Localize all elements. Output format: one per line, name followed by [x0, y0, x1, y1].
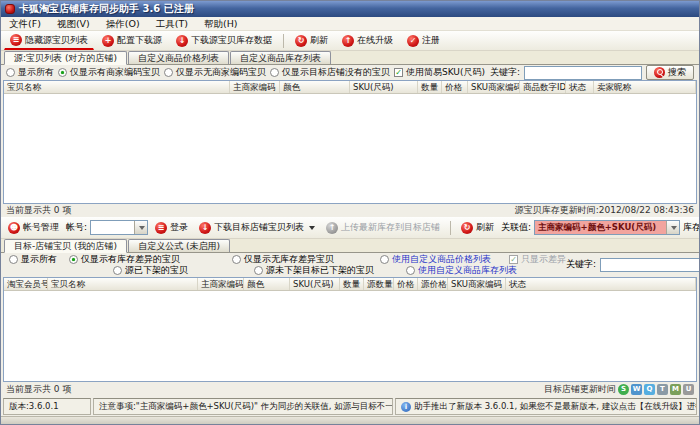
col-item-name[interactable]: 宝贝名称 — [48, 278, 198, 290]
col-main-merchant-code[interactable]: 主商家编码 — [198, 278, 244, 290]
info-icon: i — [401, 402, 411, 412]
radio-icon — [113, 266, 122, 275]
radio-icon — [270, 68, 279, 77]
hide-source-list-button[interactable]: ≡ 隐藏源宝贝列表 — [4, 32, 94, 50]
col-quantity[interactable]: 数量 — [418, 81, 442, 93]
refresh-icon: ↻ — [461, 222, 473, 234]
account-combobox[interactable] — [90, 220, 148, 235]
col-source-quantity[interactable]: 源数量 — [364, 278, 394, 290]
tab-custom-price-list[interactable]: 自定义商品价格列表 — [128, 51, 229, 64]
target-status-right: 目标店铺更新时间 S W Q T M U — [544, 383, 694, 396]
radio-show-all[interactable]: 显示所有 — [6, 66, 54, 79]
login-button[interactable]: ≡ 登录 — [151, 219, 192, 237]
tab-source-item-list[interactable]: 源:宝贝列表 (对方的店铺) — [4, 51, 127, 65]
upload-latest-stock-button[interactable]: ↑ 上传最新库存到目标店铺 — [322, 219, 444, 237]
configure-download-source-button[interactable]: + 配置下载源 — [96, 32, 168, 50]
account-icon: ☻ — [8, 222, 20, 234]
wrench-icon[interactable]: U — [683, 384, 694, 395]
col-status[interactable]: 状态 — [506, 278, 696, 290]
col-sku-size[interactable]: SKU(尺码) — [290, 278, 340, 290]
target-keyword-block: 关键字: 搜索 — [566, 257, 700, 272]
radio-only-missing-in-target[interactable]: 仅显示目标店铺没有的宝贝 — [270, 66, 390, 79]
relation-combobox[interactable]: 主商家编码+颜色+SKU(尺码) — [534, 220, 680, 235]
download-source-stock-button[interactable]: ↓ 下载源宝贝库存数据 — [170, 32, 278, 50]
radio-source-delisted[interactable]: 源已下架的宝贝 — [113, 264, 188, 277]
col-price[interactable]: 价格 — [442, 81, 468, 93]
source-table-body[interactable] — [4, 94, 696, 203]
radio-icon — [164, 68, 173, 77]
checkbox-simple-sku[interactable]: 使用简易SKU(尺码) — [394, 66, 485, 79]
source-filter-row: 显示所有 仅显示有商家编码宝贝 仅显示无商家编码宝贝 仅显示目标店铺没有的宝贝 … — [1, 65, 699, 80]
qq-icon[interactable]: Q — [644, 384, 655, 395]
target-status-row: 当前显示共 0 项 目标店铺更新时间 S W Q T M U — [1, 382, 699, 396]
checkbox-icon — [394, 68, 403, 77]
chevron-down-icon — [309, 226, 315, 230]
target-filter-row-2: 源已下架的宝贝 源未下架目标已下架的宝贝 使用自定义商品库存列表 — [1, 265, 566, 276]
source-count-text: 当前显示共 0 项 — [6, 204, 71, 217]
col-sku-merchant-code[interactable]: SKU商家编码 — [448, 278, 506, 290]
wangwang-icon[interactable]: W — [631, 384, 642, 395]
menu-operate[interactable]: 操作(O) — [98, 17, 148, 31]
col-seller-nick[interactable]: 卖家昵称 — [594, 81, 696, 93]
menu-tools[interactable]: 工具(T) — [148, 17, 196, 31]
radio-icon — [254, 266, 263, 275]
download-target-icon: ↓ — [199, 222, 211, 234]
upload-icon: ↑ — [326, 222, 338, 234]
search-icon — [654, 67, 665, 78]
tab-custom-stock-list[interactable]: 自定义商品库存列表 — [230, 51, 331, 64]
col-item-numeric-id[interactable]: 商品数字ID — [520, 81, 566, 93]
mail-icon[interactable]: M — [670, 384, 681, 395]
col-sku-merchant-code[interactable]: SKU商家编码 — [468, 81, 520, 93]
radio-icon — [380, 255, 389, 264]
target-refresh-button[interactable]: ↻ 刷新 — [457, 219, 498, 237]
online-upgrade-button[interactable]: ↑ 在线升级 — [336, 32, 399, 50]
col-status[interactable]: 状态 — [566, 81, 594, 93]
radio-source-listed-target-delisted[interactable]: 源未下架目标已下架的宝贝 — [254, 264, 374, 277]
radio-icon-selected — [69, 255, 78, 264]
toolbar-separator — [283, 34, 284, 48]
account-manage-button[interactable]: ☻ 帐号管理 — [4, 219, 63, 237]
tool-icon[interactable]: T — [657, 384, 668, 395]
target-keyword-input[interactable] — [600, 258, 700, 272]
col-source-price[interactable]: 源价格 — [418, 278, 448, 290]
keyword-label: 关键字: — [490, 66, 520, 79]
account-dropdown-button[interactable] — [134, 221, 147, 234]
col-main-merchant-code[interactable]: 主商家编码 — [230, 81, 280, 93]
col-taobao-member[interactable]: 淘宝会员号 — [4, 278, 48, 290]
toolbar-separator — [450, 221, 451, 235]
col-quantity[interactable]: 数量 — [340, 278, 364, 290]
source-status-row: 当前显示共 0 项 源宝贝库存更新时间:2012/08/22 08:43:36 — [1, 204, 699, 217]
relation-dropdown-button[interactable] — [666, 221, 679, 234]
radio-icon — [406, 266, 415, 275]
source-keyword-input[interactable] — [524, 66, 642, 80]
target-update-time: 目标店铺更新时间 — [544, 383, 616, 396]
col-price[interactable]: 价格 — [394, 278, 418, 290]
menu-file[interactable]: 文件(F) — [1, 17, 49, 31]
source-update-time: 源宝贝库存更新时间:2012/08/22 08:43:36 — [515, 204, 694, 217]
radio-only-with-merchant-code[interactable]: 仅显示有商家编码宝贝 — [58, 66, 160, 79]
refresh-button[interactable]: ↻ 刷新 — [289, 32, 334, 50]
tab-custom-formula[interactable]: 自定义公式 (未启用) — [128, 239, 230, 252]
app-icon — [5, 4, 15, 14]
refresh-icon: ↻ — [295, 35, 307, 47]
download-target-list-button[interactable]: ↓ 下载目标店铺宝贝列表 — [195, 219, 319, 237]
source-tab-strip: 源:宝贝列表 (对方的店铺) 自定义商品价格列表 自定义商品库存列表 — [1, 51, 699, 65]
col-color[interactable]: 颜色 — [280, 81, 350, 93]
col-color[interactable]: 颜色 — [244, 278, 290, 290]
chevron-down-icon — [139, 226, 145, 230]
tab-target-items[interactable]: 目标-店铺宝贝 (我的店铺) — [4, 239, 127, 253]
menu-help[interactable]: 帮助(H) — [196, 17, 246, 31]
keyword-label: 关键字: — [566, 258, 596, 271]
target-table-body[interactable] — [4, 291, 696, 381]
col-sku-size[interactable]: SKU(尺码) — [350, 81, 418, 93]
skype-icon[interactable]: S — [618, 384, 629, 395]
radio-icon — [232, 255, 241, 264]
col-item-name[interactable]: 宝贝名称 — [4, 81, 230, 93]
radio-use-custom-stock-list[interactable]: 使用自定义商品库存列表 — [406, 264, 517, 277]
radio-icon-selected — [58, 68, 67, 77]
menu-view[interactable]: 视图(V) — [49, 17, 98, 31]
source-search-button[interactable]: 搜索 — [646, 65, 694, 80]
register-button[interactable]: ✓ 注册 — [401, 32, 446, 50]
radio-only-without-merchant-code[interactable]: 仅显示无商家编码宝贝 — [164, 66, 266, 79]
target-tab-strip: 目标-店铺宝贝 (我的店铺) 自定义公式 (未启用) — [1, 239, 699, 253]
